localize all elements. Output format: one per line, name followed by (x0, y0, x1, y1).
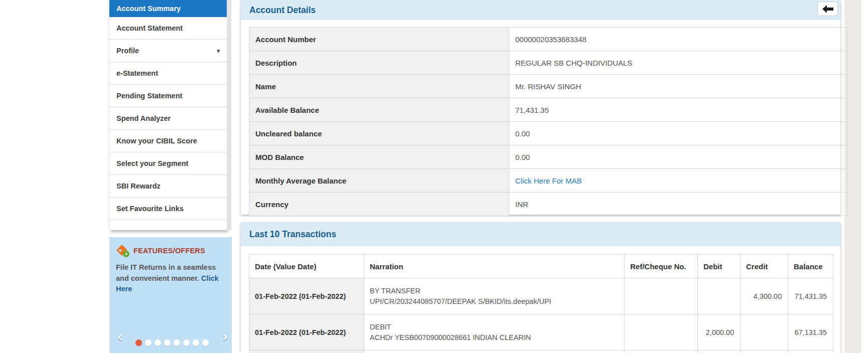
features-offers-header: + FEATURES/OFFERS (109, 237, 232, 257)
field-label: Monthly Average Balance (249, 169, 509, 193)
sidebar-item-e-statement[interactable]: e-Statement (109, 62, 227, 85)
narration-line: DEBIT (370, 322, 624, 332)
mab-link[interactable]: Click Here For MAB (515, 176, 582, 185)
transaction-date: 01-Feb-2022 (01-Feb-2022) (249, 278, 364, 314)
table-row: Currency INR (249, 193, 847, 216)
table-row: Description REGULAR SB CHQ-INDIVIDUALS (249, 51, 847, 75)
transaction-ref (625, 278, 698, 314)
carousel-dot[interactable] (155, 339, 161, 346)
transaction-credit (741, 314, 788, 350)
carousel-dot[interactable] (135, 339, 142, 346)
sidebar-item-sbi-rewardz[interactable]: SBI Rewardz (109, 175, 227, 198)
sidebar-item-pending-statement[interactable]: Pending Statement (109, 85, 227, 107)
offer-text: File IT Returns in a seamless and conven… (116, 262, 219, 295)
sidebar-item-set-favourite-links[interactable]: Set Favourite Links (109, 198, 227, 220)
narration-line: ACHDr YESB00709000028661 INDIAN CLEARIN (370, 332, 624, 343)
narration-line: UPI/CR/203244085707/DEEPAK S/BKID/its.de… (370, 296, 624, 307)
sidebar-item-select-your-segment[interactable]: Select your Segment (109, 152, 227, 175)
carousel-dot[interactable] (145, 339, 152, 346)
transaction-debit (698, 278, 741, 314)
offer-tag-icon: + (116, 244, 129, 257)
table-row: MOD Balance 0.00 (249, 145, 847, 169)
table-row: Available Balance 71,431.35 (249, 98, 847, 122)
sidebar-item-spend-analyzer[interactable]: Spend Analyzer (109, 107, 227, 130)
carousel-next-icon[interactable]: › (223, 330, 227, 343)
table-row: 01-Feb-2022 (01-Feb-2022) DEBIT ACHDr YE… (249, 314, 833, 350)
transaction-date: 01-Feb-2022 (01-Feb-2022) (249, 314, 364, 350)
field-label: Name (249, 75, 509, 98)
back-arrow-icon (822, 5, 833, 13)
back-button[interactable] (817, 2, 838, 16)
carousel-dot[interactable] (193, 339, 199, 346)
chevron-down-icon: ▾ (217, 40, 220, 62)
field-value: 00000020353683348 (509, 28, 847, 51)
field-label: Uncleared balance (249, 122, 509, 145)
sidebar-item-account-summary[interactable]: Account Summary (109, 0, 227, 17)
sidebar-menu: Account Summary Account Statement Profil… (109, 0, 227, 230)
carousel-dots (135, 339, 209, 346)
column-header-balance: Balance (788, 255, 833, 278)
sidebar-item-profile[interactable]: Profile ▾ (109, 40, 227, 62)
transaction-narration: DEBIT ACHDr YESB00709000028661 INDIAN CL… (364, 314, 625, 350)
table-header-row: Date (Value Date) Narration Ref/Cheque N… (249, 255, 833, 278)
table-row: Name Mr. RISHAV SINGH (249, 75, 847, 98)
features-offers-title: FEATURES/OFFERS (133, 247, 205, 255)
sidebar-item-know-your-cibil-score[interactable]: Know your CIBIL Score (109, 130, 227, 152)
table-row: Uncleared balance 0.00 (249, 122, 847, 145)
field-value: Mr. RISHAV SINGH (509, 75, 847, 98)
field-value: 71,431.35 (509, 98, 847, 122)
account-details-table: Account Number 00000020353683348 Descrip… (249, 27, 847, 216)
transactions-header: Last 10 Transactions (241, 222, 840, 246)
column-header-credit: Credit (741, 255, 788, 278)
account-details-title: Account Details (241, 0, 840, 20)
transaction-date (249, 350, 364, 353)
transaction-balance: 71,431.35 (788, 278, 833, 314)
transactions-card: Last 10 Transactions Date (Value Date) N… (241, 222, 840, 353)
narration-line: BY TRANSFER (370, 286, 624, 296)
transaction-debit: 2,000.00 (698, 314, 741, 350)
field-label: Available Balance (249, 98, 509, 122)
carousel-dot[interactable] (174, 339, 180, 346)
carousel-dot[interactable] (202, 339, 209, 346)
column-header-ref-cheque: Ref/Cheque No. (625, 255, 698, 278)
table-row: Monthly Average Balance Click Here For M… (249, 169, 847, 193)
transactions-table: Date (Value Date) Narration Ref/Cheque N… (249, 254, 833, 353)
carousel-dot[interactable] (183, 339, 190, 346)
transaction-balance: 67,131.35 (788, 314, 833, 350)
transactions-title: Last 10 Transactions (241, 222, 840, 246)
field-label: Account Number (249, 28, 509, 51)
transaction-ref (625, 314, 698, 350)
sidebar-item-label: Profile (116, 47, 139, 55)
table-row-partial (249, 350, 833, 353)
account-details-card: Account Details Account Number 000000203… (241, 0, 840, 215)
field-value: REGULAR SB CHQ-INDIVIDUALS (509, 51, 847, 75)
field-value: 0.00 (509, 122, 847, 145)
tag-hole (119, 249, 121, 252)
field-value: INR (509, 193, 847, 216)
table-row: 01-Feb-2022 (01-Feb-2022) BY TRANSFER UP… (249, 278, 833, 314)
sidebar-item-account-statement[interactable]: Account Statement (109, 17, 227, 40)
table-row: Account Number 00000020353683348 (249, 28, 847, 51)
column-header-debit: Debit (698, 255, 741, 278)
field-label: MOD Balance (249, 145, 509, 169)
carousel-prev-icon[interactable]: ‹ (118, 330, 122, 343)
field-value: 0.00 (509, 145, 847, 169)
field-label: Currency (249, 193, 509, 216)
banking-page: Account Summary Account Statement Profil… (0, 0, 868, 353)
carousel-dot[interactable] (164, 339, 171, 346)
sidebar-scrollbar[interactable] (227, 0, 231, 230)
features-offers-panel: + FEATURES/OFFERS File IT Returns in a s… (109, 237, 232, 353)
plus-badge-icon: + (123, 251, 129, 257)
field-label: Description (249, 51, 509, 75)
account-details-header: Account Details (241, 0, 840, 20)
transaction-narration: BY TRANSFER UPI/CR/203244085707/DEEPAK S… (364, 278, 625, 314)
column-header-narration: Narration (364, 255, 625, 278)
field-value: Click Here For MAB (509, 169, 847, 193)
column-header-date: Date (Value Date) (249, 255, 364, 278)
transaction-credit: 4,300.00 (741, 278, 788, 314)
